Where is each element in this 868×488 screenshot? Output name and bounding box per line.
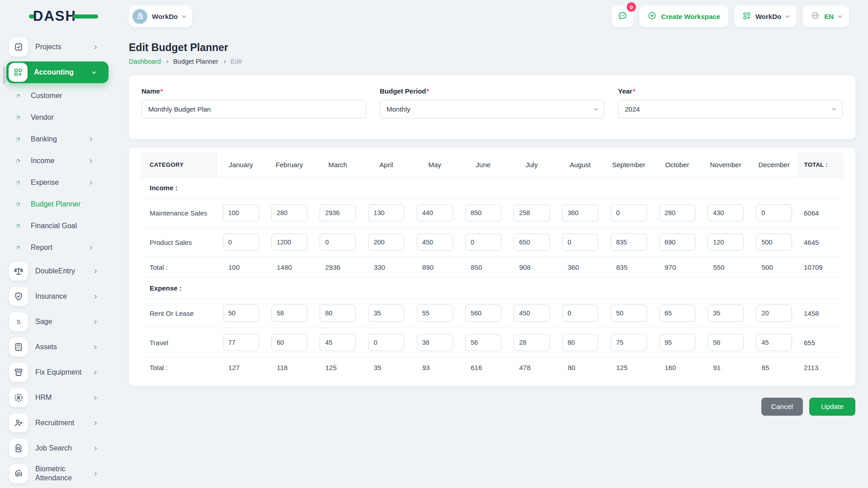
maintenance-sales-october-input[interactable] [659,204,695,221]
month-header-june: June [459,152,507,178]
sidebar-item-label: Report [31,243,89,252]
sidebar-item-job-search[interactable]: Job Search [0,436,117,461]
chevron-right-icon [93,395,97,400]
rent-or-lease-january-input[interactable] [223,305,259,322]
product-sales-february-input[interactable] [271,234,307,251]
travel-june-input[interactable] [465,334,501,351]
required-asterisk: * [427,87,429,95]
globe-icon [811,11,820,22]
travel-november-input[interactable] [708,334,744,351]
maintenance-sales-november-input[interactable] [708,204,744,221]
maintenance-sales-march-input[interactable] [320,204,356,221]
app-logo[interactable]: DASH [29,8,98,24]
update-button[interactable]: Update [809,398,855,416]
sidebar-item-banking[interactable]: Banking [0,128,117,150]
column-total: 100 [217,257,265,278]
travel-october-input[interactable] [659,334,695,351]
cell [362,328,410,357]
product-sales-april-input[interactable] [368,234,404,251]
travel-may-input[interactable] [417,334,453,351]
product-sales-september-input[interactable] [611,234,647,251]
cell [604,198,653,228]
sidebar-item-report[interactable]: Report [0,237,117,258]
travel-february-input[interactable] [271,334,307,351]
travel-september-input[interactable] [611,334,647,351]
product-sales-october-input[interactable] [659,234,695,251]
breadcrumb-budget-planner[interactable]: Budget Planner [173,58,218,65]
rent-or-lease-november-input[interactable] [708,305,744,322]
name-input[interactable] [142,100,366,118]
sidebar-scrollbar[interactable] [3,67,5,84]
maintenance-sales-february-input[interactable] [271,204,307,221]
maintenance-sales-december-input[interactable] [756,204,792,221]
sidebar-item-label: Recruitment [35,418,93,427]
cell [217,228,265,257]
product-sales-august-input[interactable] [562,234,598,251]
product-sales-march-input[interactable] [320,234,356,251]
sidebar-item-financial-goal[interactable]: Financial Goal [0,215,117,237]
product-sales-july-input[interactable] [514,234,550,251]
rent-or-lease-october-input[interactable] [659,305,695,322]
rent-or-lease-december-input[interactable] [756,305,792,322]
sidebar-item-customer[interactable]: Customer [0,85,117,107]
travel-july-input[interactable] [514,334,550,351]
bullet-icon [14,114,22,122]
sidebar-item-accounting[interactable]: Accounting [6,61,108,83]
sidebar-item-vendor[interactable]: Vendor [0,107,117,128]
hrm-icon [9,388,28,407]
workdo-menu-button[interactable]: WorkDo [734,5,797,27]
sidebar-item-income[interactable]: Income [0,150,117,172]
sidebar-item-assets[interactable]: Assets [0,334,117,360]
travel-january-input[interactable] [223,334,259,351]
travel-march-input[interactable] [320,334,356,351]
sidebar-item-hrm[interactable]: HRM [0,385,117,410]
product-sales-may-input[interactable] [417,234,453,251]
maintenance-sales-august-input[interactable] [562,204,598,221]
travel-december-input[interactable] [756,334,792,351]
maintenance-sales-january-input[interactable] [223,204,259,221]
sidebar-item-fix-equipment[interactable]: Fix Equipment [0,360,117,385]
product-sales-january-input[interactable] [223,234,259,251]
sidebar-item-recruitment[interactable]: Recruitment [0,410,117,436]
rent-or-lease-april-input[interactable] [368,305,404,322]
cancel-button[interactable]: Cancel [761,398,803,416]
product-sales-december-input[interactable] [756,234,792,251]
rent-or-lease-june-input[interactable] [465,305,501,322]
year-select[interactable]: 2024 [618,100,843,118]
sidebar-item-doubleentry[interactable]: DoubleEntry [0,258,117,284]
budget-period-select[interactable]: Monthly [380,100,604,118]
sidebar-item-sage[interactable]: S Sage [0,309,117,334]
breadcrumb-dashboard[interactable]: Dashboard [129,58,161,65]
sidebar-item-budget-planner[interactable]: Budget Planner [0,193,117,215]
sidebar-item-biometric-attendance[interactable]: Biometric Attendance [0,461,117,486]
rent-or-lease-september-input[interactable] [611,305,647,322]
month-header-may: May [410,152,459,178]
rent-or-lease-march-input[interactable] [320,305,356,322]
row-total: 1458 [798,299,844,328]
language-selector[interactable]: EN [802,5,849,27]
travel-august-input[interactable] [562,334,598,351]
rent-or-lease-august-input[interactable] [562,305,598,322]
column-total: 835 [604,257,653,278]
create-workspace-button[interactable]: Create Workspace [639,5,728,27]
sidebar-item-insurance[interactable]: Insurance [0,284,117,309]
rent-or-lease-february-input[interactable] [271,305,307,322]
rent-or-lease-may-input[interactable] [417,305,453,322]
column-total: 35 [362,357,410,378]
maintenance-sales-july-input[interactable] [514,204,550,221]
maintenance-sales-june-input[interactable] [465,204,501,221]
sidebar-item-expense[interactable]: Expense [0,172,117,193]
rent-or-lease-july-input[interactable] [514,305,550,322]
product-sales-june-input[interactable] [465,234,501,251]
workspace-selector[interactable]: WorkDo [129,5,192,27]
travel-april-input[interactable] [368,334,404,351]
sidebar-item-projects[interactable]: Projects [0,34,117,60]
cell [508,228,556,257]
cell [410,228,459,257]
messages-button[interactable]: 0 [612,5,633,27]
maintenance-sales-may-input[interactable] [417,204,453,221]
maintenance-sales-april-input[interactable] [368,204,404,221]
product-sales-november-input[interactable] [708,234,744,251]
maintenance-sales-september-input[interactable] [611,204,647,221]
logo-accent-right [73,14,98,19]
